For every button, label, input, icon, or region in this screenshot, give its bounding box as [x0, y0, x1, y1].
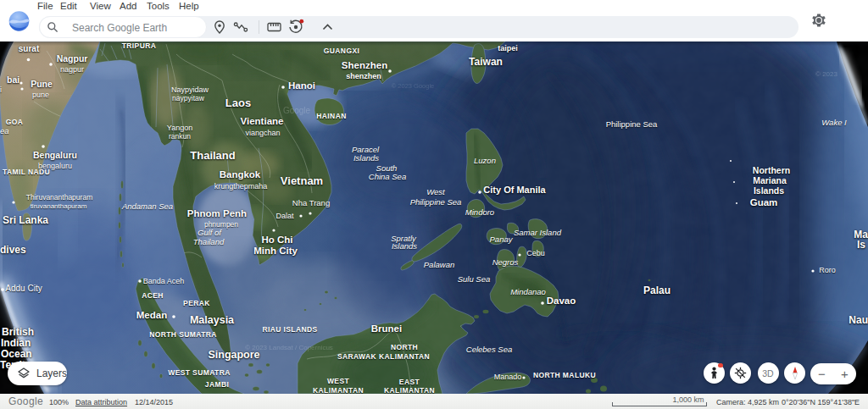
svg-text:ea: ea	[0, 126, 9, 135]
svg-text:Pune: Pune	[31, 79, 53, 89]
svg-text:Medan: Medan	[136, 310, 167, 320]
svg-text:tiruvananthapuram: tiruvananthapuram	[31, 202, 87, 210]
svg-text:Vietnam: Vietnam	[281, 174, 323, 187]
svg-text:Bengaluru: Bengaluru	[33, 150, 77, 160]
svg-text:Wake I: Wake I	[821, 118, 847, 127]
svg-text:Philippine Sea: Philippine Sea	[410, 197, 462, 207]
svg-text:nagpur: nagpur	[60, 65, 84, 74]
svg-text:Philippine Sea: Philippine Sea	[606, 119, 658, 129]
svg-text:© 2023 Google: © 2023 Google	[392, 82, 435, 90]
svg-text:pune: pune	[32, 91, 49, 99]
svg-text:Thiruvananthapuram: Thiruvananthapuram	[26, 193, 92, 202]
svg-text:Guam: Guam	[750, 197, 778, 207]
svg-text:Sri Lanka: Sri Lanka	[3, 214, 48, 226]
svg-text:Ho Chi: Ho Chi	[261, 235, 292, 245]
svg-text:Bangkok: Bangkok	[220, 169, 261, 180]
svg-text:Addu City: Addu City	[5, 284, 42, 293]
svg-text:HAINAN: HAINAN	[316, 112, 346, 120]
svg-text:NORTH: NORTH	[391, 343, 418, 351]
svg-text:taipei: taipei	[498, 44, 518, 53]
svg-text:SARAWAK: SARAWAK	[337, 352, 377, 361]
svg-text:Luzon: Luzon	[474, 156, 496, 165]
svg-text:Phnom Penh: Phnom Penh	[187, 208, 247, 218]
svg-text:© 2023 Landsat / Copernicus: © 2023 Landsat / Copernicus	[245, 344, 333, 351]
svg-text:krungthepmaha: krungthepmaha	[214, 182, 268, 191]
svg-text:© 2023: © 2023	[815, 70, 837, 78]
svg-text:Brunei: Brunei	[371, 323, 402, 334]
svg-text:ACEH: ACEH	[142, 291, 164, 300]
svg-text:Mariana: Mariana	[753, 175, 787, 185]
svg-text:Nau: Nau	[849, 314, 868, 326]
svg-text:Manado: Manado	[494, 373, 522, 381]
svg-text:naypyitaw: naypyitaw	[172, 94, 205, 102]
svg-text:Panay: Panay	[490, 235, 514, 244]
svg-text:NORTH MALUKU: NORTH MALUKU	[533, 371, 596, 379]
svg-text:Indian: Indian	[1, 337, 31, 349]
svg-text:WEST SUMATRA: WEST SUMATRA	[168, 368, 231, 377]
svg-text:GOA: GOA	[6, 118, 24, 126]
svg-text:dives: dives	[0, 244, 26, 256]
svg-text:WEST: WEST	[327, 377, 350, 385]
svg-text:Celebes Sea: Celebes Sea	[466, 345, 512, 354]
svg-text:West: West	[426, 187, 445, 196]
svg-text:Minh City: Minh City	[253, 246, 298, 256]
svg-text:Samar Island: Samar Island	[514, 228, 562, 237]
svg-text:i: i	[0, 86, 2, 94]
svg-text:City Of Manila: City Of Manila	[483, 185, 546, 195]
svg-text:Malaysia: Malaysia	[190, 314, 235, 326]
svg-text:Nha Trang: Nha Trang	[292, 198, 330, 207]
svg-text:Thailand: Thailand	[190, 149, 236, 162]
svg-text:Thailand: Thailand	[193, 237, 225, 246]
svg-text:KALIMANTAN: KALIMANTAN	[379, 352, 430, 361]
svg-text:surat: surat	[19, 44, 40, 53]
svg-text:Northern: Northern	[753, 165, 790, 175]
svg-text:TAMIL NADU: TAMIL NADU	[3, 168, 50, 176]
svg-text:Mindoro: Mindoro	[465, 207, 494, 217]
svg-text:Andaman Sea: Andaman Sea	[121, 202, 173, 211]
svg-text:PERAK: PERAK	[183, 299, 210, 307]
svg-text:Banda Aceh: Banda Aceh	[143, 277, 185, 285]
svg-text:KALIMANTAN: KALIMANTAN	[313, 386, 364, 394]
svg-text:Gulf of: Gulf of	[198, 228, 222, 237]
svg-text:China Sea: China Sea	[369, 172, 406, 181]
svg-text:Dalat: Dalat	[275, 212, 294, 220]
svg-text:KALIMANTAN: KALIMANTAN	[384, 386, 435, 394]
svg-text:Mindanao: Mindanao	[510, 287, 546, 296]
svg-text:GUANGXI: GUANGXI	[324, 47, 359, 55]
svg-text:Naypyidaw: Naypyidaw	[171, 86, 209, 94]
svg-text:viangchan: viangchan	[245, 129, 280, 137]
svg-text:Google: Google	[283, 106, 311, 115]
svg-text:NORTH SUMATRA: NORTH SUMATRA	[149, 330, 217, 339]
svg-text:Islands: Islands	[353, 153, 379, 163]
svg-text:TRIPURA: TRIPURA	[122, 41, 157, 50]
svg-text:shenzhen: shenzhen	[346, 72, 381, 80]
svg-text:Islands: Islands	[754, 185, 784, 196]
svg-text:Is: Is	[857, 239, 865, 251]
svg-text:bai: bai	[7, 75, 19, 85]
svg-text:Palau: Palau	[643, 285, 670, 296]
svg-text:Davao: Davao	[547, 296, 576, 306]
svg-text:Laos: Laos	[225, 97, 251, 109]
svg-text:Sulu Sea: Sulu Sea	[458, 274, 491, 284]
svg-text:Hanoi: Hanoi	[288, 80, 315, 91]
svg-text:Islands: Islands	[392, 241, 417, 251]
svg-text:EAST: EAST	[399, 378, 420, 386]
svg-text:Ocean: Ocean	[1, 348, 32, 360]
svg-text:Negros: Negros	[492, 257, 519, 267]
svg-text:Cebu: Cebu	[526, 249, 545, 257]
svg-text:Roro: Roro	[819, 266, 836, 274]
svg-text:British: British	[2, 326, 34, 338]
svg-text:Taiwan: Taiwan	[469, 56, 503, 68]
svg-text:JAMBI: JAMBI	[205, 380, 229, 389]
svg-text:RIAU ISLANDS: RIAU ISLANDS	[262, 325, 317, 334]
svg-text:Nagpur: Nagpur	[57, 53, 88, 64]
svg-text:Yangon: Yangon	[167, 124, 192, 132]
svg-text:Palawan: Palawan	[424, 260, 454, 269]
svg-text:Shenzhen: Shenzhen	[342, 60, 387, 70]
svg-text:Vientiane: Vientiane	[241, 116, 284, 126]
svg-text:rankun: rankun	[169, 132, 191, 141]
